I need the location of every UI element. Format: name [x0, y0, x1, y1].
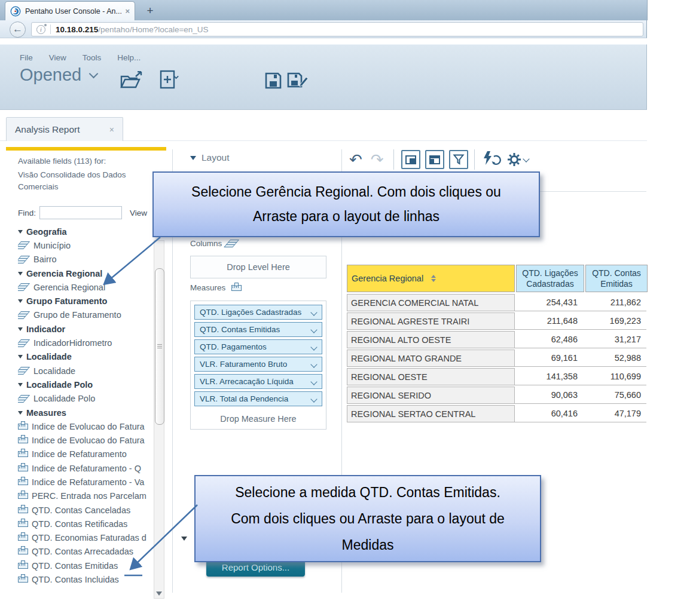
drop-level-zone[interactable]: Drop Level Here	[190, 256, 326, 278]
menu-item[interactable]: File	[20, 53, 33, 62]
value-cell-emitidas: 211,862	[583, 294, 646, 311]
tab-analysis-report[interactable]: Analysis Report ×	[6, 117, 123, 141]
table-row[interactable]: REGIONAL OESTE 141,358 110,699	[347, 368, 648, 385]
close-tab-icon[interactable]: ×	[125, 7, 130, 16]
measure-chip[interactable]: QTD. Ligações Cadastradas	[194, 305, 322, 320]
field-list-item[interactable]: QTD. Economias Faturadas d	[18, 531, 153, 545]
view-label[interactable]: View	[130, 209, 147, 217]
field-list-item[interactable]: Measures	[18, 406, 153, 419]
row-header-cell[interactable]: GERENCIA COMERCIAL NATAL	[347, 294, 515, 311]
scrollbar-thumb[interactable]	[155, 268, 164, 425]
field-list-item[interactable]: Indice de Refaturamento	[18, 448, 153, 461]
info-icon[interactable]: i	[36, 25, 45, 34]
chevron-down-icon[interactable]	[310, 361, 317, 367]
find-input[interactable]	[39, 206, 122, 219]
table-row[interactable]: REGIONAL ALTO OESTE 62,486 31,217	[347, 331, 648, 348]
field-list-item[interactable]: Localidade Polo	[18, 392, 153, 406]
dimension-layers-icon	[19, 367, 30, 370]
measure-chip[interactable]: QTD. Contas Emitidas	[194, 322, 322, 337]
new-report-button[interactable]	[159, 70, 182, 93]
field-list-item[interactable]: QTD. Contas Retificadas	[18, 517, 153, 531]
close-icon[interactable]: ×	[109, 125, 114, 134]
menu-item[interactable]: Tools	[83, 53, 102, 62]
field-list-item[interactable]: Indice de Evolucao do Fatura	[18, 419, 153, 433]
table-row[interactable]: REGIONAL SERIDO 90,063 75,660	[347, 387, 648, 404]
field-list-item[interactable]: QTD. Contas Canceladas	[18, 503, 153, 517]
field-list-item[interactable]: QTD. Contas Emitidas	[18, 559, 153, 572]
measure-chip[interactable]: VLR. Arrecacação Líquida	[194, 374, 322, 389]
settings-button[interactable]	[507, 152, 529, 167]
measure-chip[interactable]: VLR. Total da Pendencia	[194, 391, 322, 406]
table-row[interactable]: REGIONAL SERTAO CENTRAL 60,416 47,179	[347, 405, 648, 422]
field-label: Indice de Refaturamento	[32, 449, 127, 459]
value-cell-ligacoes: 90,063	[515, 387, 583, 403]
field-list-item[interactable]: Gerencia Regional	[18, 280, 153, 294]
measure-chip[interactable]: VLR. Faturamento Bruto	[194, 357, 322, 372]
menu-item[interactable]: Help...	[117, 53, 141, 62]
field-list-item[interactable]: PERC. Entrada nos Parcelam	[18, 489, 153, 503]
table-row[interactable]: REGIONAL AGRESTE TRAIRI 211,648 169,223	[347, 312, 648, 330]
field-list-scrollbar[interactable]	[154, 240, 164, 599]
field-list-item[interactable]: Localidade	[18, 364, 153, 378]
active-tab-indicator	[6, 147, 166, 151]
auto-refresh-button[interactable]	[482, 151, 501, 168]
field-list-item[interactable]: Município	[18, 238, 153, 252]
field-list-item[interactable]: Geografia	[18, 225, 153, 238]
sort-icon[interactable]	[431, 275, 511, 282]
scrollbar-grip	[157, 344, 162, 345]
field-list-item[interactable]: Bairro	[18, 253, 153, 266]
save-as-button[interactable]	[287, 72, 309, 91]
field-list-item[interactable]: Indice de Refaturamento - Q	[18, 461, 153, 475]
field-list-item[interactable]: QTD. Contas Incluidas	[18, 572, 153, 586]
field-list-item[interactable]: Localidade	[18, 350, 153, 364]
measure-ruler-icon	[18, 577, 28, 583]
table-row[interactable]: REGIONAL MATO GRANDE 69,161 52,988	[347, 350, 648, 367]
table-row[interactable]: GERENCIA COMERCIAL NATAL 254,431 211,862	[347, 294, 648, 311]
field-list-item[interactable]: Indice de Evolucao do Fatura	[18, 433, 153, 447]
back-button[interactable]: ←	[10, 22, 26, 38]
field-list-item[interactable]: Grupo de Faturamento	[18, 308, 153, 322]
row-header-cell[interactable]: REGIONAL ALTO OESTE	[347, 331, 515, 348]
url-field[interactable]: i 10.18.0.215/pentaho/Home?locale=en_US	[31, 22, 643, 36]
field-list-item[interactable]: Grupo Faturamento	[18, 294, 153, 308]
value-cell-ligacoes: 62,486	[515, 331, 583, 348]
value-cell-ligacoes: 211,648	[515, 312, 583, 329]
chevron-down-icon[interactable]	[310, 396, 317, 402]
field-list-item[interactable]: Localidade Polo	[18, 378, 153, 391]
save-button[interactable]	[265, 72, 282, 91]
field-list-item[interactable]: IndicadorHidrometro	[18, 336, 153, 350]
field-list-item[interactable]: Indicador	[18, 322, 153, 336]
toggle-fields-panel-button[interactable]	[401, 150, 420, 169]
toggle-layout-panel-button[interactable]	[425, 150, 444, 169]
layout-section-header[interactable]: Layout	[190, 152, 230, 163]
chevron-down-icon[interactable]	[310, 344, 317, 350]
undo-icon[interactable]: ↶	[349, 151, 362, 169]
browser-tab[interactable]: Pentaho User Console - An... ×	[5, 1, 135, 20]
collapsed-section-triangle-icon[interactable]	[181, 537, 187, 541]
column-header-ligacoes[interactable]: QTD. Ligações Cadastradas	[516, 265, 584, 292]
measure-chip[interactable]: QTD. Pagamentos	[194, 339, 322, 354]
find-label: Find:	[18, 209, 36, 217]
new-tab-button[interactable]: +	[141, 4, 159, 18]
chevron-down-icon[interactable]	[310, 378, 317, 385]
column-header-emitidas[interactable]: QTD. Contas Emitidas	[585, 265, 648, 292]
callout-line: Selecione Gerência Regional. Com dois cl…	[154, 180, 539, 204]
row-header-cell[interactable]: REGIONAL SERIDO	[347, 387, 515, 404]
menu-item[interactable]: View	[49, 53, 66, 62]
browse-files-button[interactable]	[120, 71, 144, 93]
scroll-down-arrow-icon[interactable]	[156, 592, 162, 596]
chevron-down-icon[interactable]	[310, 309, 317, 315]
field-list-item[interactable]: Gerencia Regional	[18, 266, 153, 280]
field-list-item[interactable]: Indice de Refaturamento - Va	[18, 475, 153, 489]
row-header-cell[interactable]: REGIONAL OESTE	[347, 368, 515, 385]
open-menu-button[interactable]: Opened	[20, 65, 97, 85]
drop-measure-zone[interactable]: Drop Measure Here	[194, 409, 322, 424]
row-header-cell[interactable]: REGIONAL AGRESTE TRAIRI	[347, 312, 515, 330]
row-header-cell[interactable]: REGIONAL SERTAO CENTRAL	[347, 405, 515, 422]
field-list-item[interactable]: QTD. Contas Arrecadadas	[18, 545, 153, 559]
chevron-down-icon[interactable]	[310, 326, 317, 333]
column-header-gerencia-regional[interactable]: Gerencia Regional	[347, 265, 515, 292]
row-header-cell[interactable]: REGIONAL MATO GRANDE	[347, 350, 515, 367]
filter-button[interactable]	[449, 150, 468, 169]
dimension-layers-icon	[19, 311, 30, 314]
